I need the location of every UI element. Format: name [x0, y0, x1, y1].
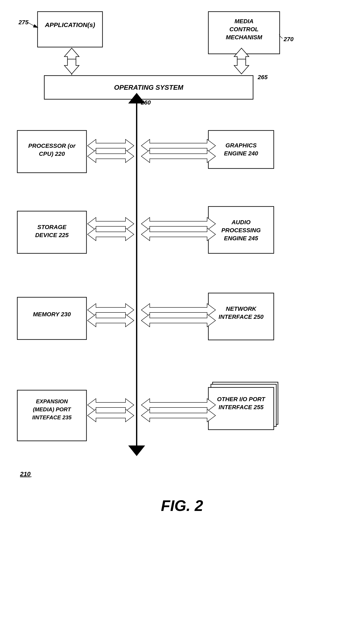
svg-marker-31: [141, 217, 216, 230]
svg-rect-10: [208, 207, 274, 253]
svg-text:EXPANSION: EXPANSION: [36, 398, 68, 405]
svg-marker-32: [141, 228, 216, 241]
svg-marker-33: [88, 304, 134, 316]
svg-rect-11: [17, 297, 87, 339]
svg-marker-27: [141, 139, 216, 152]
svg-text:(MEDIA) PORT: (MEDIA) PORT: [33, 406, 71, 412]
svg-marker-28: [141, 150, 216, 163]
svg-marker-39: [141, 399, 216, 411]
svg-marker-25: [88, 139, 134, 152]
svg-rect-4: [37, 12, 103, 47]
svg-text:NETWORK: NETWORK: [226, 306, 257, 312]
svg-text:265: 265: [257, 74, 268, 80]
svg-text:PROCESSOR (or: PROCESSOR (or: [28, 142, 76, 149]
svg-rect-12: [208, 293, 274, 340]
svg-rect-7: [17, 131, 87, 173]
svg-rect-14: [213, 382, 278, 424]
svg-text:OPERATING SYSTEM: OPERATING SYSTEM: [114, 84, 184, 91]
diagram-container: APPLICATION(s) MEDIA CONTROL MECHANISM O…: [0, 0, 364, 622]
svg-marker-34: [88, 314, 134, 327]
svg-text:AUDIO: AUDIO: [231, 219, 251, 226]
svg-rect-8: [208, 131, 274, 169]
svg-rect-9: [17, 211, 87, 253]
svg-rect-6: [44, 76, 253, 99]
svg-marker-18: [64, 48, 79, 63]
svg-text:IINTEFACE 235: IINTEFACE 235: [32, 414, 72, 421]
svg-text:INTERFACE 255: INTERFACE 255: [218, 404, 264, 410]
svg-rect-16: [208, 388, 274, 430]
svg-text:APPLICATION(s): APPLICATION(s): [45, 21, 95, 28]
svg-text:275: 275: [18, 19, 28, 26]
svg-text:210: 210: [20, 470, 31, 477]
svg-text:270: 270: [283, 36, 293, 42]
diagram-svg: APPLICATION(s) MEDIA CONTROL MECHANISM O…: [0, 0, 364, 622]
svg-text:CPU) 220: CPU) 220: [39, 151, 65, 157]
svg-text:DEVICE 225: DEVICE 225: [35, 232, 69, 238]
svg-rect-15: [211, 384, 276, 427]
svg-marker-24: [128, 446, 145, 456]
svg-marker-36: [141, 314, 216, 327]
svg-text:STORAGE: STORAGE: [37, 224, 67, 230]
svg-text:MEDIA: MEDIA: [235, 18, 254, 24]
svg-text:OTHER I/O PORT: OTHER I/O PORT: [217, 396, 266, 402]
svg-text:MECHANISM: MECHANISM: [226, 34, 262, 40]
svg-text:260: 260: [141, 99, 151, 106]
svg-text:ENGINE 240: ENGINE 240: [224, 150, 258, 157]
svg-marker-29: [88, 217, 134, 230]
svg-rect-13: [17, 390, 87, 441]
svg-marker-40: [141, 409, 216, 422]
svg-marker-35: [141, 304, 216, 316]
svg-marker-38: [88, 409, 134, 422]
svg-text:ENGINE 245: ENGINE 245: [224, 235, 258, 242]
svg-text:PROCESSING: PROCESSING: [221, 227, 261, 233]
svg-text:CONTROL: CONTROL: [229, 26, 258, 33]
svg-text:GRAPHICS: GRAPHICS: [225, 142, 257, 149]
svg-marker-23: [128, 93, 145, 103]
svg-rect-5: [208, 12, 280, 54]
svg-text:MEMORY 230: MEMORY 230: [33, 311, 71, 318]
svg-marker-30: [88, 228, 134, 241]
svg-text:INTERFACE 250: INTERFACE 250: [218, 313, 264, 320]
svg-marker-21: [234, 59, 249, 74]
svg-marker-19: [64, 59, 79, 74]
svg-marker-26: [88, 150, 134, 163]
svg-marker-20: [234, 48, 249, 63]
svg-marker-37: [88, 399, 134, 411]
svg-text:FIG. 2: FIG. 2: [161, 497, 203, 514]
